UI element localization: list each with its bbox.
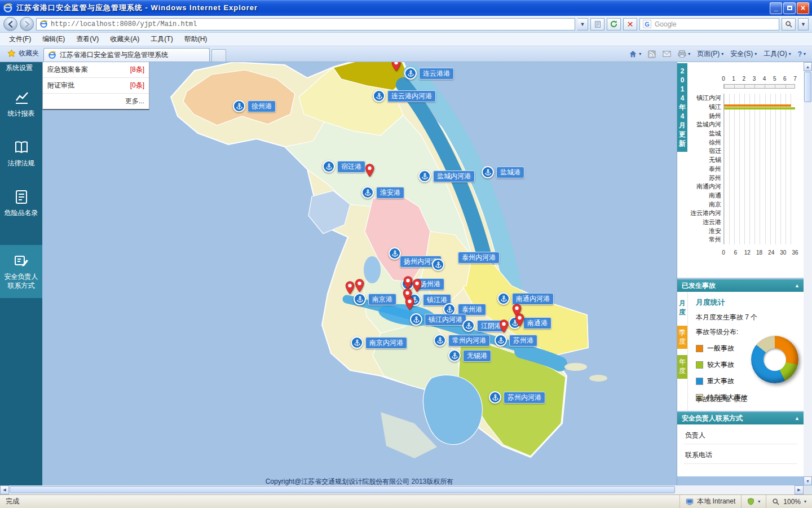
quick-panel-row[interactable]: 应急预案备案[8条] bbox=[43, 62, 149, 78]
map-area[interactable]: Copyright@江苏省交通规划设计院股份有限公司 2013版权所有 连云港港… bbox=[42, 62, 677, 494]
forward-button[interactable] bbox=[20, 17, 34, 31]
accidents-panel: 月度季度年度 月度统计 本月度发生事故 7 个 事故等级分布: 一般事故较大事故… bbox=[677, 292, 804, 411]
zoom-control[interactable]: 100% ▾ bbox=[766, 495, 812, 508]
location-pin-icon[interactable] bbox=[499, 319, 509, 335]
location-pin-icon[interactable] bbox=[405, 297, 414, 312]
location-pin-icon[interactable] bbox=[365, 164, 374, 179]
collapse-arrow-icon[interactable]: ▲ bbox=[795, 283, 800, 288]
address-input[interactable] bbox=[51, 20, 572, 28]
location-pin-icon[interactable] bbox=[412, 279, 422, 294]
chart-row: 泰州 bbox=[678, 165, 796, 174]
close-button[interactable]: × bbox=[797, 2, 809, 14]
stop-button[interactable]: ✕ bbox=[623, 18, 637, 30]
quick-panel-count: [0条] bbox=[130, 81, 144, 90]
security-zone[interactable]: 本地 Intranet bbox=[679, 495, 741, 508]
vertical-scroll-thumb[interactable] bbox=[804, 72, 811, 102]
browser-tab[interactable]: 江苏省港口安全监管与应急管理系统 bbox=[43, 48, 210, 62]
sidebar-item-system-settings[interactable]: 系统设置 bbox=[0, 62, 42, 73]
sidebar: 系统设置 统计报表法律法规危险品名录安全负责人联系方式 bbox=[0, 62, 42, 485]
vertical-scrollbar[interactable]: ▲ ▼ bbox=[804, 62, 812, 485]
search-dropdown-button[interactable]: ▼ bbox=[798, 18, 809, 30]
maximize-button[interactable] bbox=[783, 2, 796, 14]
port-marker-苏州港[interactable]: 苏州港 bbox=[495, 334, 507, 347]
chart-row: 宿迁 bbox=[678, 147, 796, 156]
accident-tab-月度[interactable]: 月度 bbox=[677, 296, 687, 319]
port-marker-苏州内河港[interactable]: 苏州内河港 bbox=[489, 391, 501, 404]
menu-item-文件(F)[interactable]: 文件(F) bbox=[3, 33, 37, 46]
scroll-down-button[interactable]: ▼ bbox=[804, 476, 812, 485]
accident-tab-季度[interactable]: 季度 bbox=[677, 326, 687, 349]
port-marker-南京内河港[interactable]: 南京内河港 bbox=[351, 336, 363, 349]
menu-item-工具(T)[interactable]: 工具(T) bbox=[145, 33, 178, 46]
page-favicon-icon bbox=[39, 20, 48, 28]
read-mail-button[interactable] bbox=[663, 50, 671, 58]
google-icon: G bbox=[643, 20, 651, 28]
menu-item-编辑(E)[interactable]: 编辑(E) bbox=[37, 33, 70, 46]
menu-item-查看(V)[interactable]: 查看(V) bbox=[70, 33, 104, 46]
new-tab-button[interactable] bbox=[211, 49, 226, 62]
tools-menu-button[interactable]: 工具(O)▾ bbox=[764, 49, 791, 59]
port-marker-连云港港[interactable]: 连云港港 bbox=[404, 67, 417, 80]
contact-field-负责人: 负责人 bbox=[684, 424, 797, 444]
safety-menu-button[interactable]: 安全(S)▾ bbox=[730, 49, 757, 59]
anchor-icon bbox=[462, 319, 475, 332]
port-marker-盐城港[interactable]: 盐城港 bbox=[482, 166, 494, 178]
feeds-button[interactable] bbox=[648, 50, 656, 58]
port-marker-南通内河港[interactable]: 南通内河港 bbox=[497, 292, 510, 305]
favorites-button[interactable]: 收藏夹 bbox=[3, 46, 43, 62]
back-button[interactable] bbox=[3, 17, 17, 31]
chart-row: 连云港 bbox=[678, 218, 796, 227]
port-marker-扬州内河港[interactable]: 扬州内河港 bbox=[389, 247, 401, 260]
sidebar-item-安全负责人联系方式[interactable]: 安全负责人联系方式 bbox=[0, 245, 42, 298]
port-marker-盐城内河港[interactable]: 盐城内河港 bbox=[418, 170, 431, 182]
menu-item-收藏夹(A)[interactable]: 收藏夹(A) bbox=[104, 33, 145, 46]
sidebar-item-危险品名录[interactable]: 危险品名录 bbox=[0, 185, 42, 222]
horizontal-scrollbar[interactable]: ◀ ▶ bbox=[0, 485, 804, 494]
port-marker-常州内河港[interactable]: 常州内河港 bbox=[434, 334, 446, 347]
location-pin-icon[interactable] bbox=[345, 281, 355, 296]
scroll-up-button[interactable]: ▲ bbox=[804, 62, 812, 71]
page-menu-button[interactable]: 页面(P)▾ bbox=[697, 49, 723, 59]
accident-tab-年度[interactable]: 年度 bbox=[677, 355, 687, 378]
location-pin-icon[interactable] bbox=[391, 62, 401, 73]
sidebar-item-label: 安全负责人联系方式 bbox=[1, 272, 41, 290]
location-pin-icon[interactable] bbox=[355, 279, 364, 294]
port-marker-淮安港[interactable]: 淮安港 bbox=[361, 186, 374, 199]
sidebar-item-label: 统计报表 bbox=[8, 109, 35, 118]
port-marker-无锡港[interactable]: 无锡港 bbox=[448, 349, 461, 362]
legend-label: 较大事故 bbox=[707, 360, 734, 370]
menu-item-帮助(H)[interactable]: 帮助(H) bbox=[179, 33, 213, 46]
help-button[interactable]: ?▾ bbox=[798, 50, 806, 58]
axis-tick: 6 bbox=[783, 76, 787, 82]
axis-tick: 0 bbox=[722, 249, 725, 256]
sidebar-item-统计报表[interactable]: 统计报表 bbox=[0, 85, 42, 122]
port-marker-宿迁港[interactable]: 宿迁港 bbox=[323, 160, 335, 173]
chart-category-label: 南通 bbox=[678, 191, 723, 200]
tab-favicon-icon bbox=[48, 51, 56, 59]
minimize-button[interactable]: _ bbox=[770, 2, 782, 14]
chart-category-label: 南京 bbox=[678, 200, 723, 209]
scroll-right-button[interactable]: ▶ bbox=[795, 485, 804, 494]
horizontal-scroll-thumb[interactable] bbox=[10, 486, 675, 493]
address-dropdown-button[interactable]: ▼ bbox=[577, 18, 588, 30]
print-button[interactable]: ▾ bbox=[678, 50, 690, 58]
port-marker-徐州港[interactable]: 徐州港 bbox=[233, 100, 245, 112]
axis-tick: 24 bbox=[768, 249, 774, 256]
port-marker-江阴港[interactable]: 江阴港 bbox=[462, 319, 475, 332]
search-go-button[interactable] bbox=[782, 18, 796, 30]
port-marker-镇江内河港[interactable]: 镇江内河港 bbox=[410, 313, 422, 326]
protected-mode-button[interactable]: ▾ bbox=[741, 495, 766, 508]
home-button[interactable]: ▾ bbox=[629, 50, 641, 58]
port-marker-连云港内河港[interactable]: 连云港内河港 bbox=[373, 90, 385, 102]
port-marker-泰州内河港[interactable]: 泰州内河港 bbox=[432, 259, 444, 271]
collapse-arrow-icon[interactable]: ▲ bbox=[795, 415, 800, 421]
refresh-button[interactable] bbox=[607, 18, 621, 30]
quick-panel-more-link[interactable]: 更多... bbox=[43, 94, 149, 109]
port-marker-南京港[interactable]: 南京港 bbox=[354, 293, 366, 305]
location-pin-icon[interactable] bbox=[515, 313, 524, 329]
sidebar-item-法律法规[interactable]: 法律法规 bbox=[0, 135, 42, 172]
search-box[interactable]: G Google bbox=[639, 18, 779, 30]
compatibility-view-button[interactable] bbox=[590, 18, 604, 30]
scroll-left-button[interactable]: ◀ bbox=[0, 485, 9, 494]
quick-panel-row[interactable]: 附证审批[0条] bbox=[43, 78, 149, 94]
